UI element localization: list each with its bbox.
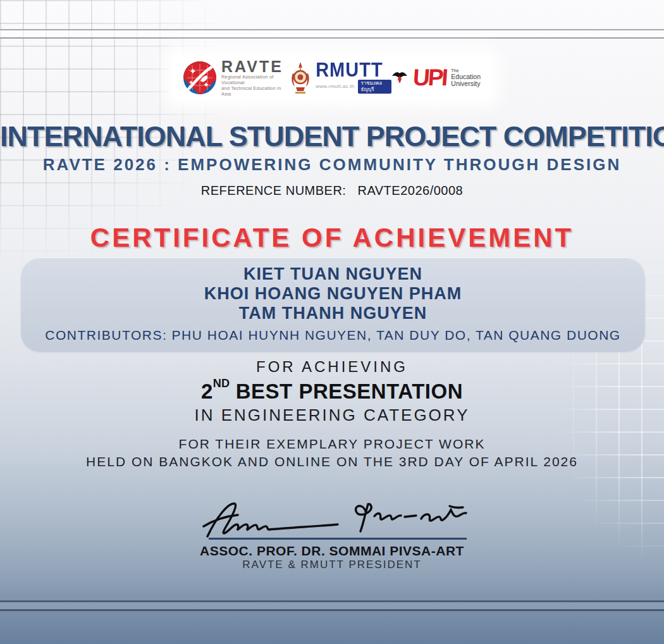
signature-rule bbox=[209, 538, 467, 540]
upi-subtext-line2: University bbox=[451, 80, 480, 87]
award-line: 2ND BEST PRESENTATION bbox=[0, 377, 664, 404]
event-title: INTERNATIONAL STUDENT PROJECT COMPETITIO… bbox=[0, 120, 664, 153]
recipients-panel: KIET TUAN NGUYEN KHOI HOANG NGUYEN PHAM … bbox=[21, 257, 645, 352]
bottom-rule-band bbox=[0, 602, 664, 609]
recipient-name: KHOI HOANG NGUYEN PHAM bbox=[21, 284, 645, 304]
signatory-title: RAVTE & RMUTT PRESIDENT bbox=[0, 559, 664, 571]
top-rule-1 bbox=[0, 29, 664, 30]
contributors-line: CONTRIBUTORS: PHU HOAI HUYNH NGUYEN, TAN… bbox=[21, 328, 645, 343]
ravte-globe-icon bbox=[183, 61, 216, 94]
certificate-heading: CERTIFICATE OF ACHIEVEMENT bbox=[0, 223, 664, 253]
upi-logo: UPI The Education University bbox=[391, 67, 481, 89]
logo-band: RAVTE Regional Association of Vocational… bbox=[172, 55, 492, 100]
upi-subtext: The Education University bbox=[451, 68, 481, 87]
ravte-wordmark: RAVTE bbox=[221, 59, 290, 74]
certificate-page: RAVTE Regional Association of Vocational… bbox=[0, 0, 664, 644]
award-rank-suffix: ND bbox=[213, 377, 230, 390]
recipient-name: TAM THANH NGUYEN bbox=[21, 304, 645, 323]
rmutt-wordmark: RMUTT bbox=[316, 61, 391, 78]
rmutt-url: www.rmutt.ac.th bbox=[316, 84, 354, 89]
event-subtitle: RAVTE 2026 : EMPOWERING COMMUNITY THROUG… bbox=[0, 155, 664, 175]
top-rule-band bbox=[0, 30, 664, 37]
commendation-line: FOR THEIR EXEMPLARY PROJECT WORK bbox=[0, 437, 664, 452]
reference-number: REFERENCE NUMBER:RAVTE2026/0008 bbox=[0, 183, 664, 198]
top-rule-2 bbox=[0, 37, 664, 39]
reference-label: REFERENCE NUMBER: bbox=[201, 183, 347, 197]
signatory-name: ASSOC. PROF. DR. SOMMAI PIVSA-ART bbox=[0, 543, 664, 559]
bottom-rule-2 bbox=[0, 609, 664, 611]
bottom-rule-1 bbox=[0, 600, 664, 602]
recipient-name: KIET TUAN NGUYEN bbox=[21, 264, 645, 284]
award-rank: 2 bbox=[201, 380, 213, 403]
rmutt-crest-icon bbox=[290, 61, 310, 94]
rmutt-logo: RMUTT www.rmutt.ac.th ราชมงคลธัญบุรี bbox=[290, 61, 391, 94]
reference-value: RAVTE2026/0008 bbox=[357, 183, 463, 197]
upi-bird-icon bbox=[391, 71, 408, 85]
event-date-line: HELD ON BANGKOK AND ONLINE ON THE 3RD DA… bbox=[0, 454, 664, 469]
award-name: BEST PRESENTATION bbox=[230, 380, 463, 403]
ravte-logo: RAVTE Regional Association of Vocational… bbox=[183, 59, 290, 97]
signature-image bbox=[202, 498, 468, 540]
rmutt-thai-badge: ราชมงคลธัญบุรี bbox=[358, 80, 391, 94]
category-line: IN ENGINEERING CATEGORY bbox=[0, 406, 664, 425]
ravte-tagline-line1: Regional Association of Vocational bbox=[221, 74, 290, 85]
achievement-intro: FOR ACHIEVING bbox=[0, 358, 664, 376]
upi-wordmark: UPI bbox=[412, 67, 446, 89]
ravte-tagline-line2: and Technical Education in Asia bbox=[221, 85, 290, 97]
